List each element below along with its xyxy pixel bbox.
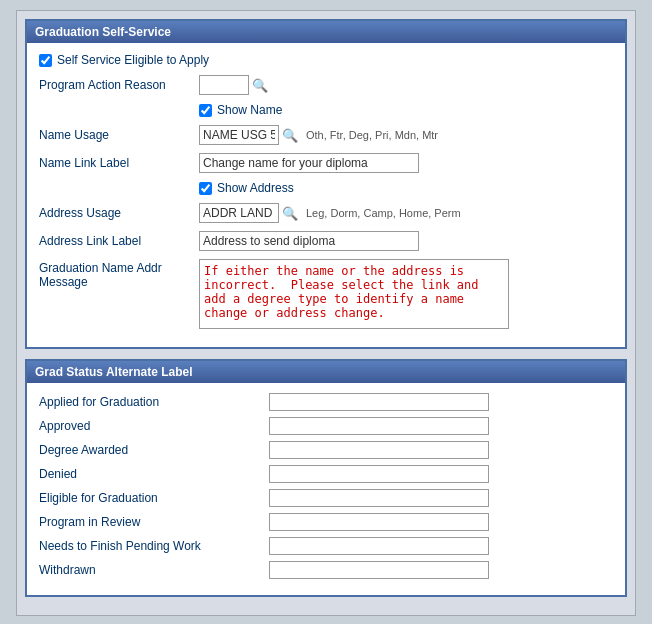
grad-status-label-2: Degree Awarded — [39, 443, 269, 457]
program-action-reason-label: Program Action Reason — [39, 78, 199, 92]
grad-status-label-3: Denied — [39, 467, 269, 481]
show-address-checkbox[interactable] — [199, 182, 212, 195]
show-address-row: Show Address — [39, 181, 613, 195]
name-usage-input[interactable] — [199, 125, 279, 145]
grad-status-input-1[interactable] — [269, 417, 489, 435]
name-usage-row: Name Usage 🔍 Oth, Ftr, Deg, Pri, Mdn, Mt… — [39, 125, 613, 145]
grad-status-input-7[interactable] — [269, 561, 489, 579]
grad-status-header: Grad Status Alternate Label — [27, 361, 625, 383]
grad-status-input-4[interactable] — [269, 489, 489, 507]
grad-status-label-5: Program in Review — [39, 515, 269, 529]
grad-status-label-6: Needs to Finish Pending Work — [39, 539, 269, 553]
grad-message-textarea[interactable]: If either the name or the address is inc… — [199, 259, 509, 329]
self-service-eligible-row: Self Service Eligible to Apply — [39, 53, 613, 67]
grad-status-body: Applied for GraduationApprovedDegree Awa… — [27, 383, 625, 595]
grad-status-label-0: Applied for Graduation — [39, 395, 269, 409]
program-action-reason-row: Program Action Reason 🔍 — [39, 75, 613, 95]
address-link-label-row: Address Link Label — [39, 231, 613, 251]
graduation-self-service-section: Graduation Self-Service Self Service Eli… — [25, 19, 627, 349]
graduation-self-service-header: Graduation Self-Service — [27, 21, 625, 43]
grad-status-label-4: Eligible for Graduation — [39, 491, 269, 505]
name-link-label-label: Name Link Label — [39, 156, 199, 170]
address-usage-hint: Leg, Dorm, Camp, Home, Perm — [306, 207, 461, 219]
address-link-label-input[interactable] — [199, 231, 419, 251]
grad-status-section: Grad Status Alternate Label Applied for … — [25, 359, 627, 597]
self-service-eligible-checkbox[interactable] — [39, 54, 52, 67]
grad-message-label: Graduation Name Addr Message — [39, 259, 199, 289]
show-address-label: Show Address — [217, 181, 294, 195]
address-usage-search-icon[interactable]: 🔍 — [282, 206, 298, 221]
self-service-eligible-label: Self Service Eligible to Apply — [57, 53, 209, 67]
grad-status-row: Needs to Finish Pending Work — [39, 537, 613, 555]
name-link-label-row: Name Link Label — [39, 153, 613, 173]
grad-status-row: Withdrawn — [39, 561, 613, 579]
grad-status-label-7: Withdrawn — [39, 563, 269, 577]
graduation-self-service-body: Self Service Eligible to Apply Program A… — [27, 43, 625, 347]
show-name-checkbox[interactable] — [199, 104, 212, 117]
program-action-reason-input[interactable] — [199, 75, 249, 95]
address-link-label-label: Address Link Label — [39, 234, 199, 248]
grad-status-row: Program in Review — [39, 513, 613, 531]
address-usage-row: Address Usage 🔍 Leg, Dorm, Camp, Home, P… — [39, 203, 613, 223]
grad-status-row: Degree Awarded — [39, 441, 613, 459]
grad-status-input-6[interactable] — [269, 537, 489, 555]
address-usage-label: Address Usage — [39, 206, 199, 220]
grad-status-input-0[interactable] — [269, 393, 489, 411]
grad-status-label-1: Approved — [39, 419, 269, 433]
grad-status-input-3[interactable] — [269, 465, 489, 483]
show-name-row: Show Name — [39, 103, 613, 117]
name-usage-search-icon[interactable]: 🔍 — [282, 128, 298, 143]
grad-status-row: Applied for Graduation — [39, 393, 613, 411]
outer-container: Graduation Self-Service Self Service Eli… — [16, 10, 636, 616]
grad-message-row: Graduation Name Addr Message If either t… — [39, 259, 613, 329]
address-usage-input[interactable] — [199, 203, 279, 223]
grad-status-row: Approved — [39, 417, 613, 435]
grad-status-row: Eligible for Graduation — [39, 489, 613, 507]
program-action-reason-search-icon[interactable]: 🔍 — [252, 78, 268, 93]
grad-status-input-2[interactable] — [269, 441, 489, 459]
name-usage-hint: Oth, Ftr, Deg, Pri, Mdn, Mtr — [306, 129, 438, 141]
name-usage-label: Name Usage — [39, 128, 199, 142]
grad-status-row: Denied — [39, 465, 613, 483]
name-link-label-input[interactable] — [199, 153, 419, 173]
show-name-label: Show Name — [217, 103, 282, 117]
grad-status-input-5[interactable] — [269, 513, 489, 531]
